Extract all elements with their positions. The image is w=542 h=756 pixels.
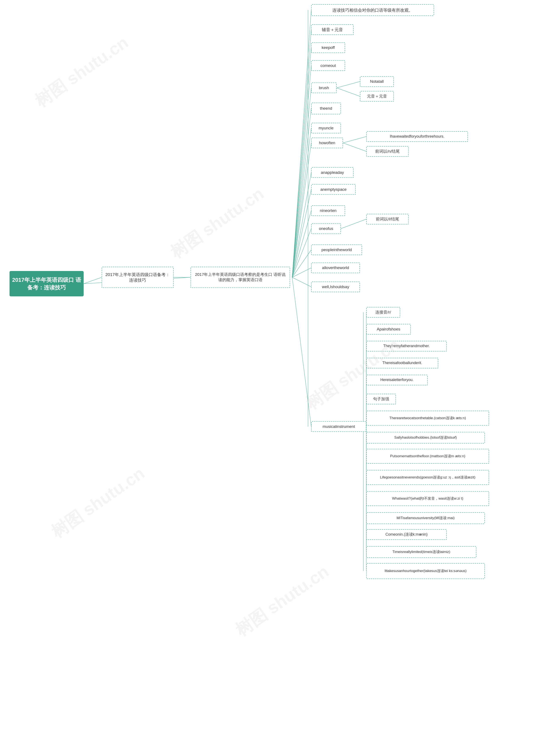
connectors-svg [0,0,542,756]
svg-line-8 [292,108,311,277]
svg-line-17 [292,277,311,287]
node-fuyin-yuanyin: 辅音＋元音 [311,24,354,35]
node-putsomematts: Putsomemattsonthefloor.(mattson连读m æts:n… [366,449,489,464]
node-oneofus: oneofus [311,223,341,234]
node-qianci-n-label: 前词以/n/结尾 [375,149,400,154]
svg-line-14 [292,229,311,277]
node-qianci-l: 前词以/l/结尾 [366,214,409,224]
node-musicalinstrument: musicalinstrument [311,421,366,432]
node-howoften: howoften [311,138,343,148]
node-hereisaletter: Hereisaletterforyou. [366,375,428,385]
svg-line-10 [292,143,311,277]
node-qianci-n: 前词以/n/结尾 [366,146,409,157]
node-hereisaletter-label: Hereisaletterforyou. [380,377,413,382]
node-musicalinstrument-label: musicalinstrument [322,424,355,429]
node-nineorten-label: nineorten [320,208,336,213]
node-timeisreally: Timeisreallylimited(timeis连读taimiz) [366,546,476,558]
watermark: 树图 shutu.cn 树图 shutu.cn 树图 shutu.cn 树图 s… [0,0,542,756]
root-node: 2017年上半年英语四级口 语备考：连读技巧 [10,271,84,296]
node-theend: theend [311,103,341,114]
node-anappleaday-label: anappleaday [321,170,344,175]
svg-line-4 [292,30,311,277]
level1-node-b: 2017年上半年英语四级口语考察的是考生口 语听说读的能力，掌握英语口语 [191,267,290,288]
node-comeout: comeout [311,60,345,71]
node-peopleintheworld: peopleintheworld [311,245,362,255]
watermark-text-5: 树图 shutu.cn [231,560,333,642]
node-wellishouldsay-label: well,Ishouldsay [322,284,349,290]
svg-line-5 [292,48,311,277]
node-myuncle-label: myuncle [319,126,334,131]
svg-line-3 [292,10,311,277]
svg-line-23 [341,219,366,229]
node-anemptyspace: anemptyspace [311,184,356,195]
main-container: 树图 shutu.cn 树图 shutu.cn 树图 shutu.cn 树图 s… [0,0,542,756]
svg-line-12 [292,189,311,277]
node-theyre-label: They'remyfatherandmother. [383,344,430,348]
node-timeisreally-label: Timeisreallylimited(timeis连读taimiz) [392,550,450,554]
watermark-text-4: 树图 shutu.cn [47,462,149,543]
node-comeonin-label: Comeonin.(连读k:mənin) [385,532,427,537]
node-juzi-jiaqiang: 句子加强 [366,394,396,404]
node-whatwasit-label: Whatwasit?(what的t不发音，wasit连读w:zi t) [392,496,463,501]
node-brush: brush [311,83,337,93]
svg-line-11 [292,173,311,277]
node-anemptyspace-label: anemptyspace [320,187,347,192]
node-liantiao-intro: 连读技巧相信会对你的口语等级有所改观。 [311,4,434,16]
node-thereisfootball: Thereisafootballunderit. [366,358,438,368]
node-oneofus-label: oneofus [319,226,333,231]
watermark-text-1: 树图 shutu.cn [30,31,133,113]
node-lifegoesonasit: Lifegoesonasitneverends(goeson连读g:uz :ŋ，… [366,470,489,485]
node-comeonin: Comeonin.(连读k:mənin) [366,529,447,540]
node-notatall: Notatall [360,76,394,87]
node-therearetwocats: Therearetwocatsonthetable.(catson连读k æts… [366,411,489,426]
node-wellishouldsay: well,Ishouldsay [311,282,360,292]
watermark-text-2: 树图 shutu.cn [166,182,268,264]
svg-line-20 [337,88,360,96]
node-anappleaday: anappleaday [311,167,354,178]
node-theend-label: theend [320,106,332,111]
node-ittakesus-label: Ittakesusanhourtogether(takesus连读tei ks:… [384,569,467,573]
node-lianjieyin-r: 连接音/r/ [366,307,400,318]
node-juzi-jiaqiang-label: 句子加强 [373,397,389,402]
level1b-label: 2017年上半年英语四级口语考察的是考生口 语听说读的能力，掌握英语口语 [193,272,288,282]
node-therearetwocats-label: Therearetwocatsonthetable.(catson连读k æts… [389,416,466,420]
node-nineorten: nineorten [311,205,345,216]
svg-line-19 [337,82,360,88]
node-fuyin-yuanyin-label: 辅音＋元音 [322,27,343,32]
svg-line-13 [292,211,311,277]
svg-line-18 [292,277,311,427]
node-apairofshoes-label: Apairofshoes [377,327,400,332]
node-putsomematts-label: Putsomemattsonthefloor.(mattson连读m æts:n… [390,454,465,459]
node-lianjieyin-r-label: 连接音/r/ [375,310,391,315]
node-qianci-l-label: 前词以/l/结尾 [376,217,399,222]
node-mitisafamous: MITisafamousuniversity(MI连读:mai) [366,512,485,524]
node-keepoff-label: keepoff [322,45,335,50]
node-brush-label: brush [319,85,329,91]
node-ittakesus: Ittakesusanhourtogether(takesus连读tei ks:… [366,563,485,579]
node-yuanyin-yuanyin-label: 元音＋元音 [367,94,387,99]
node-myuncle: myuncle [311,123,341,133]
node-ihavewaited-label: Ihavewaitedforyouforthreehours. [390,134,444,139]
level1a-label: 2017年上半年英语四级口语备考： 连读技巧 [104,272,171,283]
node-howoften-label: howoften [319,140,335,146]
node-yuanyin-yuanyin: 元音＋元音 [360,91,394,102]
node-sallyhaslotsof: Sallyhaslotsofhobbies.(lotsof连读lstsəf) [366,432,485,444]
node-theyre: They'remyfatherandmother. [366,341,447,351]
node-thereisfootball-label: Thereisafootballunderit. [382,361,422,365]
svg-line-7 [292,88,311,277]
node-mitisafamous-label: MITisafamousuniversity(MI连读:mai) [397,516,455,520]
node-sallyhaslotsof-label: Sallyhaslotsofhobbies.(lotsof连读lstsəf) [394,435,457,440]
svg-line-6 [292,66,311,277]
node-ihavewaited: Ihavewaitedforyouforthreehours. [366,131,468,142]
node-apairofshoes: Apairofshoes [366,324,411,334]
node-allovertheworld: allovertheworld [311,263,360,273]
svg-line-16 [292,268,311,277]
node-liantiao-intro-label: 连读技巧相信会对你的口语等级有所改观。 [332,7,413,13]
level1-node-a: 2017年上半年英语四级口语备考： 连读技巧 [102,267,174,288]
node-allovertheworld-label: allovertheworld [322,265,349,271]
svg-line-22 [343,143,366,151]
svg-line-9 [292,128,311,277]
node-peopleintheworld-label: peopleintheworld [321,247,352,253]
node-whatwasit: Whatwasit?(what的t不发音，wasit连读w:zi t) [366,491,489,506]
svg-line-21 [343,137,366,143]
